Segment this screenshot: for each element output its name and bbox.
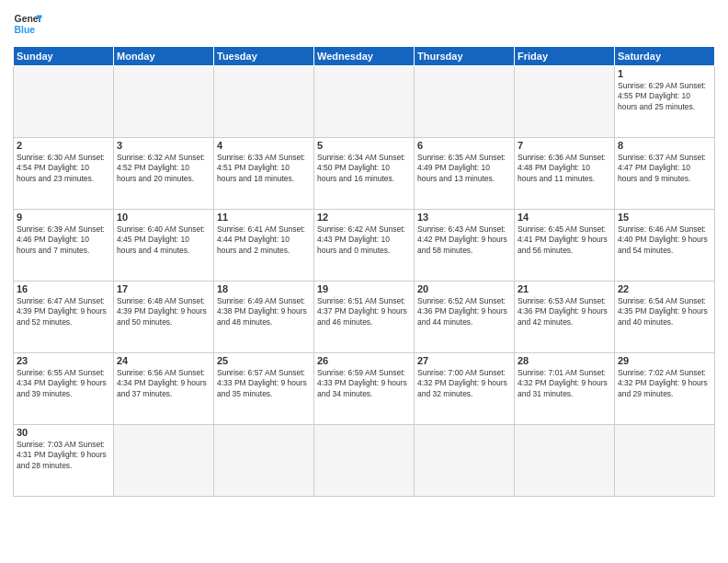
day-info: Sunrise: 7:00 AM Sunset: 4:32 PM Dayligh… (417, 368, 511, 399)
calendar-cell: 9Sunrise: 6:39 AM Sunset: 4:46 PM Daylig… (14, 210, 114, 282)
calendar-cell: 30Sunrise: 7:03 AM Sunset: 4:31 PM Dayli… (14, 425, 114, 497)
calendar-cell: 13Sunrise: 6:43 AM Sunset: 4:42 PM Dayli… (415, 210, 515, 282)
day-header-tuesday: Tuesday (214, 47, 314, 66)
header: General Blue (13, 9, 715, 39)
calendar-cell: 12Sunrise: 6:42 AM Sunset: 4:43 PM Dayli… (314, 210, 415, 282)
calendar-cell: 16Sunrise: 6:47 AM Sunset: 4:39 PM Dayli… (14, 282, 114, 353)
day-info: Sunrise: 6:40 AM Sunset: 4:45 PM Dayligh… (117, 224, 210, 256)
calendar-cell: 5Sunrise: 6:34 AM Sunset: 4:50 PM Daylig… (314, 138, 415, 210)
day-number: 4 (217, 140, 311, 151)
calendar-table: SundayMondayTuesdayWednesdayThursdayFrid… (13, 46, 715, 497)
day-number: 26 (317, 355, 411, 366)
day-number: 21 (518, 283, 611, 294)
calendar-cell: 21Sunrise: 6:53 AM Sunset: 4:36 PM Dayli… (515, 282, 615, 353)
day-info: Sunrise: 6:41 AM Sunset: 4:44 PM Dayligh… (217, 224, 311, 256)
day-number: 27 (417, 355, 511, 366)
svg-text:Blue: Blue (15, 25, 36, 35)
day-number: 12 (317, 212, 411, 223)
day-number: 6 (417, 140, 511, 151)
calendar-cell (114, 425, 214, 497)
calendar-cell: 6Sunrise: 6:35 AM Sunset: 4:49 PM Daylig… (415, 138, 515, 210)
calendar-cell: 19Sunrise: 6:51 AM Sunset: 4:37 PM Dayli… (314, 282, 415, 353)
day-number: 30 (17, 427, 110, 438)
calendar-week-1: 1Sunrise: 6:29 AM Sunset: 4:55 PM Daylig… (14, 66, 715, 138)
day-number: 29 (618, 355, 711, 366)
day-info: Sunrise: 6:53 AM Sunset: 4:36 PM Dayligh… (518, 296, 611, 327)
day-info: Sunrise: 6:59 AM Sunset: 4:33 PM Dayligh… (317, 368, 411, 399)
day-info: Sunrise: 6:55 AM Sunset: 4:34 PM Dayligh… (17, 368, 110, 399)
calendar-cell: 1Sunrise: 6:29 AM Sunset: 4:55 PM Daylig… (615, 66, 715, 138)
day-header-saturday: Saturday (615, 47, 715, 66)
day-info: Sunrise: 6:56 AM Sunset: 4:34 PM Dayligh… (117, 368, 210, 399)
calendar-week-3: 9Sunrise: 6:39 AM Sunset: 4:46 PM Daylig… (14, 210, 715, 282)
logo: General Blue (13, 9, 42, 39)
day-info: Sunrise: 6:42 AM Sunset: 4:43 PM Dayligh… (317, 224, 411, 256)
day-number: 13 (417, 212, 511, 223)
calendar-cell (14, 66, 114, 138)
calendar-cell: 7Sunrise: 6:36 AM Sunset: 4:48 PM Daylig… (515, 138, 615, 210)
calendar-cell (515, 66, 615, 138)
calendar-cell: 14Sunrise: 6:45 AM Sunset: 4:41 PM Dayli… (515, 210, 615, 282)
calendar-cell (314, 66, 415, 138)
day-info: Sunrise: 7:03 AM Sunset: 4:31 PM Dayligh… (17, 440, 110, 471)
day-info: Sunrise: 6:49 AM Sunset: 4:38 PM Dayligh… (217, 296, 311, 327)
day-info: Sunrise: 7:01 AM Sunset: 4:32 PM Dayligh… (518, 368, 611, 399)
day-info: Sunrise: 6:29 AM Sunset: 4:55 PM Dayligh… (618, 81, 711, 112)
day-info: Sunrise: 6:36 AM Sunset: 4:48 PM Dayligh… (518, 153, 611, 184)
day-number: 16 (17, 283, 110, 294)
day-number: 8 (618, 140, 711, 151)
day-info: Sunrise: 6:45 AM Sunset: 4:41 PM Dayligh… (518, 224, 611, 256)
day-info: Sunrise: 6:57 AM Sunset: 4:33 PM Dayligh… (217, 368, 311, 399)
calendar-cell: 10Sunrise: 6:40 AM Sunset: 4:45 PM Dayli… (114, 210, 214, 282)
day-number: 5 (317, 140, 411, 151)
day-info: Sunrise: 6:51 AM Sunset: 4:37 PM Dayligh… (317, 296, 411, 327)
calendar-cell: 23Sunrise: 6:55 AM Sunset: 4:34 PM Dayli… (14, 353, 114, 425)
day-number: 2 (17, 140, 110, 151)
days-of-week-row: SundayMondayTuesdayWednesdayThursdayFrid… (14, 47, 715, 66)
day-info: Sunrise: 6:34 AM Sunset: 4:50 PM Dayligh… (317, 153, 411, 184)
day-number: 18 (217, 283, 311, 294)
calendar-cell: 8Sunrise: 6:37 AM Sunset: 4:47 PM Daylig… (615, 138, 715, 210)
generalblue-logo-icon: General Blue (13, 9, 42, 39)
calendar-cell: 2Sunrise: 6:30 AM Sunset: 4:54 PM Daylig… (14, 138, 114, 210)
day-info: Sunrise: 6:43 AM Sunset: 4:42 PM Dayligh… (417, 224, 511, 256)
calendar-cell: 22Sunrise: 6:54 AM Sunset: 4:35 PM Dayli… (615, 282, 715, 353)
day-info: Sunrise: 6:47 AM Sunset: 4:39 PM Dayligh… (17, 296, 110, 327)
day-number: 25 (217, 355, 311, 366)
day-info: Sunrise: 6:37 AM Sunset: 4:47 PM Dayligh… (618, 153, 711, 184)
calendar-cell (314, 425, 415, 497)
day-info: Sunrise: 6:46 AM Sunset: 4:40 PM Dayligh… (618, 224, 711, 256)
day-number: 20 (417, 283, 511, 294)
calendar-cell (615, 425, 715, 497)
calendar-cell: 29Sunrise: 7:02 AM Sunset: 4:32 PM Dayli… (615, 353, 715, 425)
day-header-monday: Monday (114, 47, 214, 66)
calendar-cell: 24Sunrise: 6:56 AM Sunset: 4:34 PM Dayli… (114, 353, 214, 425)
day-header-friday: Friday (515, 47, 615, 66)
calendar-cell: 17Sunrise: 6:48 AM Sunset: 4:39 PM Dayli… (114, 282, 214, 353)
day-header-sunday: Sunday (14, 47, 114, 66)
calendar-week-2: 2Sunrise: 6:30 AM Sunset: 4:54 PM Daylig… (14, 138, 715, 210)
calendar-cell: 28Sunrise: 7:01 AM Sunset: 4:32 PM Dayli… (515, 353, 615, 425)
day-info: Sunrise: 6:32 AM Sunset: 4:52 PM Dayligh… (117, 153, 210, 184)
calendar-cell (415, 66, 515, 138)
day-number: 28 (518, 355, 611, 366)
day-number: 15 (618, 212, 711, 223)
calendar-cell (214, 66, 314, 138)
calendar-cell: 15Sunrise: 6:46 AM Sunset: 4:40 PM Dayli… (615, 210, 715, 282)
calendar-cell (515, 425, 615, 497)
calendar-week-6: 30Sunrise: 7:03 AM Sunset: 4:31 PM Dayli… (14, 425, 715, 497)
page: General Blue SundayMondayTuesdayWednesda… (0, 0, 728, 563)
day-number: 10 (117, 212, 210, 223)
day-number: 19 (317, 283, 411, 294)
day-number: 22 (618, 283, 711, 294)
calendar-week-5: 23Sunrise: 6:55 AM Sunset: 4:34 PM Dayli… (14, 353, 715, 425)
calendar-cell: 18Sunrise: 6:49 AM Sunset: 4:38 PM Dayli… (214, 282, 314, 353)
calendar-cell (214, 425, 314, 497)
day-info: Sunrise: 6:30 AM Sunset: 4:54 PM Dayligh… (17, 153, 110, 184)
day-info: Sunrise: 6:35 AM Sunset: 4:49 PM Dayligh… (417, 153, 511, 184)
day-header-thursday: Thursday (415, 47, 515, 66)
calendar-cell: 26Sunrise: 6:59 AM Sunset: 4:33 PM Dayli… (314, 353, 415, 425)
day-info: Sunrise: 6:33 AM Sunset: 4:51 PM Dayligh… (217, 153, 311, 184)
calendar-cell: 20Sunrise: 6:52 AM Sunset: 4:36 PM Dayli… (415, 282, 515, 353)
day-info: Sunrise: 6:39 AM Sunset: 4:46 PM Dayligh… (17, 224, 110, 256)
